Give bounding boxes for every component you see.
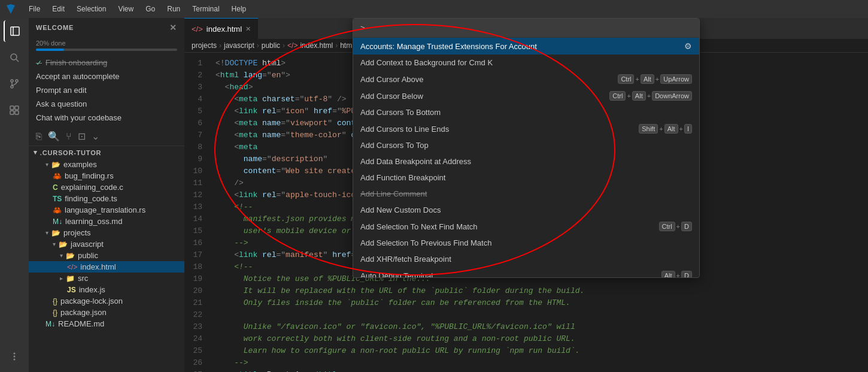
menu-view[interactable]: View: [113, 4, 138, 14]
tree-item-learning-oss[interactable]: M↓ learning_oss.md: [29, 216, 184, 227]
keybind-add-selection-next: Ctrl+D: [659, 222, 693, 231]
tree-item-explaining-code[interactable]: C explaining_code.c: [29, 182, 184, 193]
source-control-icon[interactable]: ⑂: [66, 131, 72, 142]
command-item-add-selection-prev[interactable]: Add Selection To Previous Find Match: [353, 235, 699, 251]
progress-container: 20% done: [29, 37, 184, 56]
command-item-add-context-bg[interactable]: Add Context to Background for Cmd K: [353, 55, 699, 71]
command-item-add-new-custom-docs[interactable]: Add New Custom Docs: [353, 202, 699, 218]
command-overlay: Accounts: Manage Trusted Extensions For …: [184, 18, 868, 372]
svg-point-13: [14, 359, 16, 361]
tree-item-package-lock[interactable]: {} package-lock.json: [29, 295, 184, 307]
rust-file-icon: 🦀: [53, 172, 62, 180]
tree-item-examples[interactable]: ▾ 📂 examples: [29, 159, 184, 170]
command-item-accounts-manage[interactable]: Accounts: Manage Trusted Extensions For …: [353, 38, 699, 55]
tree-item-readme[interactable]: M↓ README.md: [29, 318, 184, 329]
md-file-icon: M↓: [53, 217, 62, 226]
menu-file[interactable]: File: [24, 4, 45, 14]
command-item-add-cursors-line-ends[interactable]: Add Cursors to Line Ends Shift+Alt+I: [353, 120, 699, 137]
chevron-down-icon: ▾: [45, 161, 48, 168]
progress-bar-fill: [36, 49, 64, 51]
tree-item-src[interactable]: ▸ 📁 src: [29, 273, 184, 284]
sidebar-item-prompt-edit[interactable]: Prompt an edit: [29, 83, 184, 97]
svg-point-11: [14, 353, 16, 355]
menu-bar: File Edit Selection View Go Run Terminal…: [0, 0, 868, 18]
sidebar-item-accept-autocomplete[interactable]: Accept an autocomplete: [29, 69, 184, 83]
tree-root-header[interactable]: ▾ .CURSOR-TUTOR: [29, 146, 184, 159]
svg-rect-8: [15, 106, 19, 110]
json-file-icon: {}: [53, 297, 57, 306]
command-item-add-xhr-breakpoint[interactable]: Add XHR/fetch Breakpoint: [353, 251, 699, 267]
activity-explorer[interactable]: [4, 20, 25, 42]
menu-go[interactable]: Go: [141, 4, 160, 14]
tree-item-index-html[interactable]: </> index.html: [29, 261, 184, 273]
md-file-icon2: M↓: [45, 320, 55, 328]
sidebar-welcome-header: WELCOME ✕: [29, 18, 184, 35]
command-item-add-cursors-top[interactable]: Add Cursors To Top: [353, 137, 699, 153]
chevron-down-icon2: ▾: [45, 229, 48, 236]
progress-text: 20% done: [36, 40, 177, 47]
file-tree: ▾ .CURSOR-TUTOR ▾ 📂 examples 🦀 bug_findi…: [29, 146, 184, 372]
svg-point-12: [14, 356, 16, 358]
svg-line-3: [16, 59, 19, 62]
sidebar: WELCOME ✕ 20% done ✓ Finish onboarding A…: [29, 18, 184, 372]
main-layout: WELCOME ✕ 20% done ✓ Finish onboarding A…: [0, 18, 868, 372]
c-file-icon: C: [53, 183, 58, 192]
gear-icon[interactable]: ⚙: [684, 41, 692, 51]
app-logo: [5, 3, 17, 15]
sidebar-toolbar: ⎘ 🔍 ⑂ ⊡ ⌄: [29, 127, 184, 146]
menu-selection[interactable]: Selection: [72, 4, 111, 14]
command-item-add-data-breakpoint[interactable]: Add Data Breakpoint at Address: [353, 153, 699, 170]
chevron-down-icon: ▾: [34, 149, 38, 156]
json-file-icon2: {}: [53, 309, 57, 317]
chevron-right-icon: ▸: [60, 275, 63, 282]
tree-item-public[interactable]: ▾ 📂 public: [29, 250, 184, 261]
menu-terminal[interactable]: Terminal: [187, 4, 224, 14]
folder-open-icon: 📂: [51, 161, 60, 169]
menu-run[interactable]: Run: [162, 4, 185, 14]
activity-source-control[interactable]: [4, 73, 25, 95]
js-file-icon: JS: [67, 286, 76, 294]
tree-item-package-json[interactable]: {} package.json: [29, 307, 184, 318]
menu-edit[interactable]: Edit: [47, 4, 69, 14]
keybind-add-cursors-line-ends: Shift+Alt+I: [639, 124, 692, 134]
activity-extensions[interactable]: [4, 99, 25, 121]
command-item-add-selection-next[interactable]: Add Selection To Next Find Match Ctrl+D: [353, 218, 699, 235]
command-item-add-cursor-above[interactable]: Add Cursor Above Ctrl+Alt+UpArrow: [353, 71, 699, 87]
search-files-icon[interactable]: 🔍: [48, 131, 60, 142]
chevron-down-icon3: ▾: [53, 241, 56, 247]
editor-area: </> index.html ✕ projects › javascript ›…: [184, 18, 868, 372]
svg-point-2: [11, 54, 17, 60]
tree-item-javascript[interactable]: ▾ 📂 javascript: [29, 238, 184, 250]
command-item-add-function-breakpoint[interactable]: Add Function Breakpoint: [353, 170, 699, 186]
command-item-add-line-comment[interactable]: Add Line Comment: [353, 186, 699, 202]
activity-more[interactable]: [4, 346, 25, 367]
new-file-icon[interactable]: ⎘: [36, 131, 42, 142]
check-icon: ✓: [36, 59, 42, 67]
tree-item-projects[interactable]: ▾ 📂 projects: [29, 227, 184, 238]
command-item-left: Accounts: Manage Trusted Extensions For …: [360, 42, 537, 51]
tree-item-finding-code[interactable]: TS finding_code.ts: [29, 193, 184, 204]
command-input[interactable]: [360, 23, 692, 32]
new-folder-icon[interactable]: ⊡: [78, 131, 86, 142]
tree-item-bug-finding[interactable]: 🦀 bug_finding.rs: [29, 170, 184, 182]
command-item-auto-debug-terminal[interactable]: Auto Debug Terminal Alt+D: [353, 267, 699, 277]
activity-bar: [0, 18, 29, 372]
collapse-all-icon[interactable]: ⌄: [92, 131, 99, 142]
svg-rect-10: [15, 111, 19, 114]
tree-item-language-translation[interactable]: 🦀 language_translation.rs: [29, 204, 184, 216]
sidebar-item-finish-onboarding[interactable]: ✓ Finish onboarding: [29, 56, 184, 69]
sidebar-close-button[interactable]: ✕: [169, 23, 177, 32]
command-item-add-cursor-below[interactable]: Add Cursor Below Ctrl+Alt+DownArrow: [353, 87, 699, 104]
sidebar-item-ask-question[interactable]: Ask a question: [29, 97, 184, 111]
rust-file-icon2: 🦀: [53, 206, 62, 214]
command-item-add-cursors-bottom[interactable]: Add Cursors To Bottom: [353, 104, 699, 120]
sidebar-item-chat-codebase[interactable]: Chat with your codebase: [29, 111, 184, 125]
command-palette: Accounts: Manage Trusted Extensions For …: [353, 18, 700, 278]
svg-rect-9: [10, 111, 14, 114]
menu-help[interactable]: Help: [227, 4, 251, 14]
tree-item-index-js[interactable]: JS index.js: [29, 284, 184, 295]
progress-bar-bg: [36, 49, 177, 51]
activity-search[interactable]: [4, 47, 25, 68]
folder-icon: 📁: [66, 274, 75, 283]
html-file-icon: </>: [67, 263, 77, 271]
